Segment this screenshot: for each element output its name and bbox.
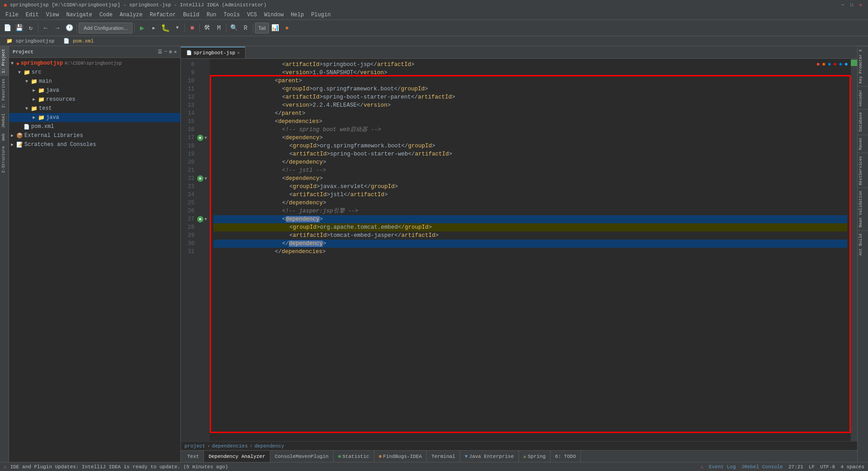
tree-item-main[interactable]: ▼ 📁 main bbox=[9, 77, 180, 86]
recent-files-button[interactable]: 🕐 bbox=[64, 23, 75, 33]
editor-scrollbar[interactable] bbox=[851, 59, 857, 441]
tree-item-java-test[interactable]: ► 📁 java bbox=[9, 113, 180, 122]
bottom-tab-terminal[interactable]: Terminal bbox=[427, 451, 460, 462]
breadcrumb-dependencies[interactable]: dependencies bbox=[212, 443, 248, 449]
bottom-tab-findbugs[interactable]: ■ FindBugs-IDEA bbox=[374, 451, 427, 462]
maven-button[interactable]: M bbox=[213, 23, 224, 33]
menu-tools[interactable]: Tools bbox=[220, 10, 244, 19]
maximize-button[interactable]: □ bbox=[848, 1, 855, 9]
project-close-icon[interactable]: ✕ bbox=[174, 49, 177, 55]
right-tab-maven[interactable]: Maven bbox=[858, 135, 868, 153]
spring-gutter-icon-27[interactable]: ■ bbox=[197, 216, 203, 222]
tree-item-java-main[interactable]: ► 📁 java bbox=[9, 86, 180, 95]
debug-button[interactable]: 🐛 bbox=[160, 23, 171, 33]
right-tab-key-promoter[interactable]: Key Promoter X bbox=[858, 46, 868, 86]
left-tab-jrebel[interactable]: JRebel bbox=[0, 111, 9, 131]
bottom-tab-spring[interactable]: ▲ Spring bbox=[519, 451, 551, 462]
left-tab-favorites[interactable]: 2: Favorites bbox=[0, 76, 9, 111]
breadcrumb-dependency[interactable]: dependency bbox=[255, 443, 284, 449]
refresh-button[interactable]: ↻ bbox=[25, 23, 36, 33]
bottom-tab-text[interactable]: Text bbox=[183, 451, 204, 462]
firefox-icon[interactable]: ● bbox=[822, 61, 826, 68]
chrome-icon[interactable]: ● bbox=[816, 61, 820, 68]
right-tab-rest-services[interactable]: RestServices bbox=[858, 153, 868, 188]
left-tab-structure[interactable]: Z-Structure bbox=[0, 143, 9, 175]
main-content: 1: Project 2: Favorites JRebel Web Z-Str… bbox=[0, 46, 868, 462]
settings-button[interactable]: ● bbox=[282, 23, 292, 33]
replace-button[interactable]: R bbox=[240, 23, 251, 33]
jrebel-link[interactable]: JRebel Console bbox=[741, 464, 783, 470]
tree-item-pom[interactable]: 📄 pom.xml bbox=[9, 122, 180, 131]
right-tab-axcoder[interactable]: AXcoder bbox=[858, 86, 868, 109]
right-tab-bean-validation[interactable]: Bean Validation bbox=[858, 188, 868, 230]
menu-file[interactable]: File bbox=[2, 10, 22, 19]
back-button[interactable]: ← bbox=[40, 23, 51, 33]
bottom-tab-dependency-analyzer[interactable]: Dependency Analyzer bbox=[204, 451, 270, 462]
dependency-analyzer-tab-label: Dependency Analyzer bbox=[208, 454, 265, 459]
ie-icon[interactable]: ● bbox=[827, 61, 831, 68]
app-window: ◆ springbootjsp [H:\CSDN\springbootjsp] … bbox=[0, 0, 868, 471]
line-separator[interactable]: LF bbox=[809, 464, 815, 470]
code-content[interactable]: <artifactId>springboot-jsp</artifactId> … bbox=[210, 59, 851, 441]
safari-icon[interactable]: ● bbox=[844, 61, 848, 68]
new-file-button[interactable]: 📄 bbox=[2, 23, 13, 33]
tree-item-root[interactable]: ▼ ◆ springbootjsp H:\CSDN\springbootjsp bbox=[9, 59, 180, 68]
right-tab-ant-build[interactable]: Ant Build bbox=[858, 231, 868, 259]
menu-view[interactable]: View bbox=[42, 10, 63, 19]
indent-indicator[interactable]: 4 spaces bbox=[840, 464, 864, 470]
caret-position[interactable]: 27:21 bbox=[788, 464, 803, 470]
project-tab[interactable]: 📁 springbootjsp bbox=[2, 38, 59, 44]
tree-item-src[interactable]: ▼ 📁 src bbox=[9, 68, 180, 77]
minimize-button[interactable]: − bbox=[839, 1, 846, 9]
find-button[interactable]: 🔍 bbox=[228, 23, 239, 33]
menu-navigate[interactable]: Navigate bbox=[62, 10, 96, 19]
left-tab-web[interactable]: Web bbox=[0, 131, 9, 143]
browser-icons: ● ● ● ● ● ● bbox=[816, 61, 848, 68]
encoding-indicator[interactable]: UTF-8 bbox=[820, 464, 835, 470]
bottom-tab-consolemaven[interactable]: ConsoleMavenPlugin bbox=[270, 451, 334, 462]
menu-help[interactable]: Help bbox=[287, 10, 307, 19]
close-button[interactable]: ✕ bbox=[857, 1, 864, 9]
tree-item-external-libs[interactable]: ► 📦 External Libraries bbox=[9, 131, 180, 140]
debug-config-button[interactable]: ▼ bbox=[172, 23, 183, 33]
run-config-button[interactable]: ▶ bbox=[148, 23, 159, 33]
edge-icon[interactable]: ● bbox=[839, 61, 842, 68]
menu-code[interactable]: Code bbox=[96, 10, 116, 19]
spring-gutter-icon-17[interactable]: ■ bbox=[197, 135, 203, 141]
right-tab-database[interactable]: Database bbox=[858, 109, 868, 134]
left-tab-project[interactable]: 1: Project bbox=[0, 46, 9, 76]
build-button[interactable]: 🛠 bbox=[202, 23, 212, 33]
run-button[interactable]: ▶ bbox=[137, 23, 147, 33]
pom-file-tab[interactable]: 📄 pom.xml bbox=[59, 38, 98, 44]
chart-button[interactable]: 📊 bbox=[270, 23, 281, 33]
tab-close-button[interactable]: ✕ bbox=[237, 50, 240, 56]
separator-5 bbox=[199, 24, 200, 33]
opera-icon[interactable]: ● bbox=[833, 61, 837, 68]
stop-button[interactable]: ■ bbox=[187, 23, 198, 33]
menu-plugin[interactable]: Plugin bbox=[307, 10, 334, 19]
project-collapse-icon[interactable]: − bbox=[164, 49, 167, 55]
menu-analyze[interactable]: Analyze bbox=[116, 10, 146, 19]
bottom-tab-java-enterprise[interactable]: ▼ Java Enterprise bbox=[460, 451, 519, 462]
menu-vcs[interactable]: VCS bbox=[244, 10, 261, 19]
menu-edit[interactable]: Edit bbox=[22, 10, 42, 19]
menu-window[interactable]: Window bbox=[260, 10, 287, 19]
menu-build[interactable]: Build bbox=[179, 10, 203, 19]
tree-item-resources[interactable]: ► 📁 resources bbox=[9, 95, 180, 104]
spring-gutter-icon-22[interactable]: ■ bbox=[197, 175, 203, 182]
project-scope-icon[interactable]: ☰ bbox=[158, 49, 162, 55]
menu-run[interactable]: Run bbox=[203, 10, 220, 19]
add-configuration-button[interactable]: Add Configuration... bbox=[79, 23, 132, 33]
event-log-link[interactable]: Event Log bbox=[709, 464, 736, 470]
bottom-tab-todo[interactable]: 6: TODO bbox=[551, 451, 581, 462]
project-settings-icon[interactable]: ⚙ bbox=[169, 49, 172, 55]
bottom-tab-statistic[interactable]: ■ Statistic bbox=[334, 451, 374, 462]
menu-refactor[interactable]: Refactor bbox=[146, 10, 179, 19]
forward-button[interactable]: → bbox=[52, 23, 63, 33]
save-button[interactable]: 💾 bbox=[14, 23, 24, 33]
tree-item-scratches[interactable]: ► 📝 Scratches and Consoles bbox=[9, 140, 180, 149]
tab-springboot-jsp[interactable]: 📄 springboot-jsp ✕ bbox=[181, 47, 245, 58]
breadcrumb-project[interactable]: project bbox=[184, 443, 205, 449]
tree-item-test[interactable]: ▼ 📁 test bbox=[9, 104, 180, 113]
tail-button[interactable]: Tail bbox=[255, 23, 269, 33]
